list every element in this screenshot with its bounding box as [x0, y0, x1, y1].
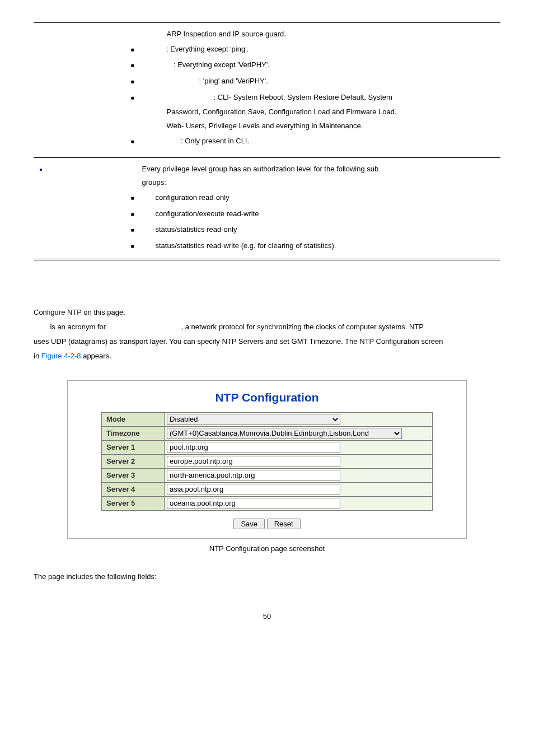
sub-item-2: configuration/execute read-write — [142, 206, 495, 222]
server4-input[interactable] — [167, 484, 340, 495]
priv-item-last: xxxxxxx: Only present in CLI. — [142, 133, 495, 150]
server5-cell — [165, 496, 433, 510]
group-col-right: ARP Inspection and IP source guard. xxx:… — [136, 23, 500, 158]
privilege-list: xxx: Everything except 'ping'. xxxxx: Ev… — [142, 41, 495, 106]
reset-button[interactable]: Reset — [267, 519, 301, 529]
server4-label: Server 4 — [102, 482, 165, 496]
button-row: Save Reset — [101, 519, 433, 529]
server3-input[interactable] — [167, 470, 340, 481]
ntp-config-title: NTP Configuration — [101, 391, 433, 404]
sub-item-1: configuration read-only — [142, 190, 495, 206]
ntp-config-panel: NTP Configuration Mode Disabled Timezone… — [67, 380, 467, 539]
sub-group-list: configuration read-only configuration/ex… — [142, 190, 495, 254]
server5-label: Server 5 — [102, 496, 165, 510]
timezone-label: Timezone — [102, 426, 165, 440]
server3-cell — [165, 468, 433, 482]
ntp-p1: Configure NTP on this page. — [34, 305, 500, 320]
server2-cell — [165, 454, 433, 468]
priv-item-1: xxx: Everything except 'ping'. — [142, 41, 495, 58]
figure-link[interactable]: Figure 4-2-8 — [41, 352, 81, 360]
server3-label: Server 3 — [102, 468, 165, 482]
mode-select[interactable]: Disabled — [167, 414, 340, 425]
server1-input[interactable] — [167, 442, 340, 453]
priv-item-3: xxxxxxxxxxxx: 'ping' and 'VeriPHY'. — [142, 73, 495, 90]
ntp-p4: in Figure 4-2-8 appears. — [34, 349, 500, 363]
timezone-select[interactable]: (GMT+0)Casablanca,Monrovia,Dublin,Edinbu… — [167, 428, 402, 439]
group-col-left — [34, 23, 136, 158]
ntp-intro-paragraph: Configure NTP on this page. NTP is an ac… — [34, 305, 500, 363]
ntp-config-table: Mode Disabled Timezone (GMT+0)Casablanca… — [101, 412, 433, 511]
server2-label: Server 2 — [102, 454, 165, 468]
priv-intro2: groups: — [142, 176, 495, 190]
bullet-icon: ● — [39, 164, 47, 175]
arp-line: ARP Inspection and IP source guard. — [142, 27, 495, 41]
group-table: ARP Inspection and IP source guard. xxx:… — [34, 22, 500, 260]
footer-line: The page includes the following fields: — [34, 570, 500, 584]
mode-label: Mode — [102, 412, 165, 426]
server1-label: Server 1 — [102, 440, 165, 454]
priv-intro: Every privilege level group has an autho… — [142, 162, 495, 176]
page-number: 50 — [34, 612, 500, 620]
sub-item-3: status/statistics read-only — [142, 222, 495, 238]
privilege-desc-cell: Every privilege level group has an autho… — [136, 157, 500, 259]
sub-item-4: status/statistics read-write (e.g. for c… — [142, 238, 495, 254]
privilege-list-2: xxxxxxx: Only present in CLI. — [142, 133, 495, 150]
priv-item-2: xxxxx: Everything except 'VeriPHY'. — [142, 57, 495, 73]
save-button[interactable]: Save — [233, 519, 265, 529]
mode-cell: Disabled — [165, 412, 433, 426]
priv-cont-1: Password, Configuration Save, Configurat… — [142, 105, 495, 119]
priv-cont-2: Web- Users, Privilege Levels and everyth… — [142, 119, 495, 133]
timezone-cell: (GMT+0)Casablanca,Monrovia,Dublin,Edinbu… — [165, 426, 433, 440]
figure-caption: NTP Configuration page screenshot — [34, 544, 500, 553]
ntp-p3: uses UDP (datagrams) as transport layer.… — [34, 334, 500, 349]
ntp-p2: NTP is an acronym for Network Time Proto… — [34, 320, 500, 334]
server1-cell — [165, 440, 433, 454]
privilege-label-cell: ● — [34, 157, 136, 259]
server2-input[interactable] — [167, 456, 340, 467]
priv-item-4: xxxxxxxxxxxxxxxx: CLI- System Reboot, Sy… — [142, 90, 495, 106]
server5-input[interactable] — [167, 498, 340, 509]
server4-cell — [165, 482, 433, 496]
